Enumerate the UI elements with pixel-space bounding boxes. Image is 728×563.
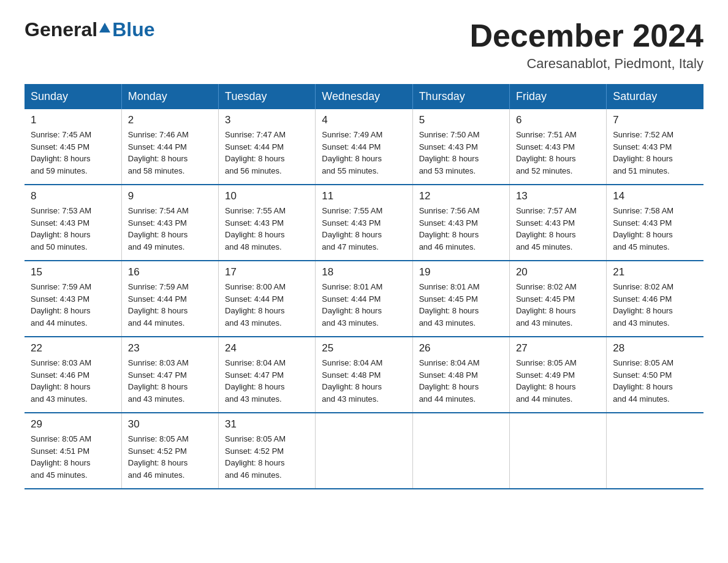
day-info: Sunrise: 8:02 AMSunset: 4:45 PMDaylight:… xyxy=(516,281,600,329)
day-number: 23 xyxy=(128,342,212,354)
calendar-cell: 21Sunrise: 8:02 AMSunset: 4:46 PMDayligh… xyxy=(607,261,703,337)
calendar-cell: 17Sunrise: 8:00 AMSunset: 4:44 PMDayligh… xyxy=(219,261,316,337)
day-info: Sunrise: 8:03 AMSunset: 4:46 PMDaylight:… xyxy=(31,357,115,405)
day-number: 21 xyxy=(613,266,697,278)
week-row-5: 29Sunrise: 8:05 AMSunset: 4:51 PMDayligh… xyxy=(25,413,703,489)
calendar-cell: 30Sunrise: 8:05 AMSunset: 4:52 PMDayligh… xyxy=(121,413,218,489)
calendar-cell: 13Sunrise: 7:57 AMSunset: 4:43 PMDayligh… xyxy=(509,185,606,261)
calendar-cell: 23Sunrise: 8:03 AMSunset: 4:47 PMDayligh… xyxy=(121,337,218,413)
calendar-cell: 26Sunrise: 8:04 AMSunset: 4:48 PMDayligh… xyxy=(412,337,509,413)
col-monday: Monday xyxy=(121,84,218,109)
calendar-table: Sunday Monday Tuesday Wednesday Thursday… xyxy=(25,84,703,489)
calendar-cell xyxy=(316,413,412,489)
month-title: December 2024 xyxy=(469,18,703,53)
col-sunday: Sunday xyxy=(25,84,121,109)
header-row: Sunday Monday Tuesday Wednesday Thursday… xyxy=(25,84,703,109)
calendar-cell: 28Sunrise: 8:05 AMSunset: 4:50 PMDayligh… xyxy=(607,337,703,413)
col-friday: Friday xyxy=(509,84,606,109)
title-block: December 2024 Caresanablot, Piedmont, It… xyxy=(469,18,703,72)
day-number: 18 xyxy=(322,266,406,278)
logo-blue: Blue xyxy=(112,18,154,41)
day-number: 19 xyxy=(419,266,503,278)
calendar-cell: 24Sunrise: 8:04 AMSunset: 4:47 PMDayligh… xyxy=(219,337,316,413)
day-number: 28 xyxy=(613,342,697,354)
calendar-cell: 10Sunrise: 7:55 AMSunset: 4:43 PMDayligh… xyxy=(219,185,316,261)
calendar-cell: 27Sunrise: 8:05 AMSunset: 4:49 PMDayligh… xyxy=(509,337,606,413)
col-wednesday: Wednesday xyxy=(316,84,412,109)
calendar-cell: 12Sunrise: 7:56 AMSunset: 4:43 PMDayligh… xyxy=(412,185,509,261)
calendar-cell: 4Sunrise: 7:49 AMSunset: 4:44 PMDaylight… xyxy=(316,109,412,185)
day-info: Sunrise: 7:57 AMSunset: 4:43 PMDaylight:… xyxy=(516,205,600,253)
logo: General Blue xyxy=(25,18,155,41)
day-number: 13 xyxy=(516,190,600,202)
calendar-cell: 2Sunrise: 7:46 AMSunset: 4:44 PMDaylight… xyxy=(121,109,218,185)
logo-general: General xyxy=(25,18,97,41)
day-number: 8 xyxy=(31,190,115,202)
day-number: 10 xyxy=(225,190,309,202)
logo-row: General Blue xyxy=(25,18,155,41)
day-number: 3 xyxy=(225,114,309,126)
day-info: Sunrise: 8:01 AMSunset: 4:45 PMDaylight:… xyxy=(419,281,503,329)
col-saturday: Saturday xyxy=(607,84,703,109)
day-info: Sunrise: 7:58 AMSunset: 4:43 PMDaylight:… xyxy=(613,205,697,253)
day-info: Sunrise: 8:05 AMSunset: 4:52 PMDaylight:… xyxy=(128,433,212,481)
day-info: Sunrise: 7:59 AMSunset: 4:43 PMDaylight:… xyxy=(31,281,115,329)
day-number: 2 xyxy=(128,114,212,126)
day-info: Sunrise: 8:05 AMSunset: 4:49 PMDaylight:… xyxy=(516,357,600,405)
day-number: 16 xyxy=(128,266,212,278)
header: General Blue December 2024 Caresanablot,… xyxy=(25,18,703,72)
page-container: General Blue December 2024 Caresanablot,… xyxy=(0,0,728,502)
day-number: 25 xyxy=(322,342,406,354)
day-number: 22 xyxy=(31,342,115,354)
day-info: Sunrise: 8:02 AMSunset: 4:46 PMDaylight:… xyxy=(613,281,697,329)
day-number: 14 xyxy=(613,190,697,202)
day-info: Sunrise: 7:51 AMSunset: 4:43 PMDaylight:… xyxy=(516,129,600,177)
day-number: 26 xyxy=(419,342,503,354)
col-thursday: Thursday xyxy=(412,84,509,109)
calendar-cell: 6Sunrise: 7:51 AMSunset: 4:43 PMDaylight… xyxy=(509,109,606,185)
day-info: Sunrise: 7:45 AMSunset: 4:45 PMDaylight:… xyxy=(31,129,115,177)
calendar-cell: 14Sunrise: 7:58 AMSunset: 4:43 PMDayligh… xyxy=(607,185,703,261)
day-number: 30 xyxy=(128,418,212,431)
day-info: Sunrise: 8:04 AMSunset: 4:48 PMDaylight:… xyxy=(322,357,406,405)
day-number: 4 xyxy=(322,114,406,126)
day-info: Sunrise: 7:50 AMSunset: 4:43 PMDaylight:… xyxy=(419,129,503,177)
day-info: Sunrise: 8:05 AMSunset: 4:50 PMDaylight:… xyxy=(613,357,697,405)
day-info: Sunrise: 7:55 AMSunset: 4:43 PMDaylight:… xyxy=(225,205,309,253)
day-info: Sunrise: 7:54 AMSunset: 4:43 PMDaylight:… xyxy=(128,205,212,253)
calendar-cell: 5Sunrise: 7:50 AMSunset: 4:43 PMDaylight… xyxy=(412,109,509,185)
day-info: Sunrise: 8:00 AMSunset: 4:44 PMDaylight:… xyxy=(225,281,309,329)
calendar-cell: 31Sunrise: 8:05 AMSunset: 4:52 PMDayligh… xyxy=(219,413,316,489)
day-number: 1 xyxy=(31,114,115,126)
day-info: Sunrise: 7:52 AMSunset: 4:43 PMDaylight:… xyxy=(613,129,697,177)
day-info: Sunrise: 7:56 AMSunset: 4:43 PMDaylight:… xyxy=(419,205,503,253)
week-row-2: 8Sunrise: 7:53 AMSunset: 4:43 PMDaylight… xyxy=(25,185,703,261)
col-tuesday: Tuesday xyxy=(219,84,316,109)
calendar-cell xyxy=(509,413,606,489)
day-number: 7 xyxy=(613,114,697,126)
calendar-cell: 9Sunrise: 7:54 AMSunset: 4:43 PMDaylight… xyxy=(121,185,218,261)
calendar-cell: 7Sunrise: 7:52 AMSunset: 4:43 PMDaylight… xyxy=(607,109,703,185)
day-info: Sunrise: 7:47 AMSunset: 4:44 PMDaylight:… xyxy=(225,129,309,177)
calendar-cell: 8Sunrise: 7:53 AMSunset: 4:43 PMDaylight… xyxy=(25,185,121,261)
day-info: Sunrise: 7:49 AMSunset: 4:44 PMDaylight:… xyxy=(322,129,406,177)
calendar-cell: 1Sunrise: 7:45 AMSunset: 4:45 PMDaylight… xyxy=(25,109,121,185)
week-row-1: 1Sunrise: 7:45 AMSunset: 4:45 PMDaylight… xyxy=(25,109,703,185)
week-row-4: 22Sunrise: 8:03 AMSunset: 4:46 PMDayligh… xyxy=(25,337,703,413)
calendar-cell: 22Sunrise: 8:03 AMSunset: 4:46 PMDayligh… xyxy=(25,337,121,413)
day-number: 9 xyxy=(128,190,212,202)
location: Caresanablot, Piedmont, Italy xyxy=(469,56,703,72)
day-info: Sunrise: 8:04 AMSunset: 4:47 PMDaylight:… xyxy=(225,357,309,405)
day-info: Sunrise: 8:01 AMSunset: 4:44 PMDaylight:… xyxy=(322,281,406,329)
logo-triangle-icon xyxy=(99,23,110,33)
day-number: 5 xyxy=(419,114,503,126)
day-number: 29 xyxy=(31,418,115,431)
day-number: 27 xyxy=(516,342,600,354)
day-info: Sunrise: 7:46 AMSunset: 4:44 PMDaylight:… xyxy=(128,129,212,177)
day-info: Sunrise: 7:53 AMSunset: 4:43 PMDaylight:… xyxy=(31,205,115,253)
day-number: 11 xyxy=(322,190,406,202)
day-info: Sunrise: 8:03 AMSunset: 4:47 PMDaylight:… xyxy=(128,357,212,405)
day-info: Sunrise: 7:55 AMSunset: 4:43 PMDaylight:… xyxy=(322,205,406,253)
calendar-cell: 18Sunrise: 8:01 AMSunset: 4:44 PMDayligh… xyxy=(316,261,412,337)
day-number: 20 xyxy=(516,266,600,278)
